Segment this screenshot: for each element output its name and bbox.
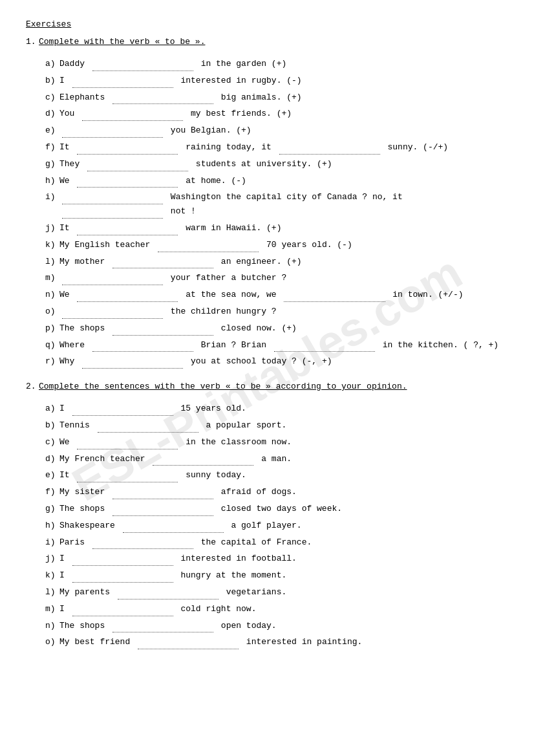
list-item: a) I 15 years old. <box>45 402 508 416</box>
item-text: My English teacher 70 years old. (-) <box>59 238 508 252</box>
blank <box>92 57 193 71</box>
item-text: I interested in football. <box>59 552 508 566</box>
item-label: h) <box>45 175 59 188</box>
list-item: b) I interested in rugby. (-) <box>45 74 508 88</box>
blank <box>112 91 213 105</box>
item-text: Shakespeare a golf player. <box>59 519 508 533</box>
item-label: e) <box>45 469 59 482</box>
section1-instruction: Complete with the verb « to be ». <box>39 37 205 47</box>
item-label: l) <box>45 586 59 599</box>
list-item: f) My sister afraid of dogs. <box>45 485 508 499</box>
item-text: It raining today, it sunny. (-/+) <box>59 140 508 155</box>
item-text: We in the classroom now. <box>59 435 508 449</box>
blank <box>112 321 213 336</box>
section2-number: 2. <box>26 382 39 391</box>
item-text: It sunny today. <box>59 468 508 482</box>
blank <box>72 402 173 416</box>
blank <box>274 338 375 352</box>
blank <box>118 585 219 599</box>
list-item: k) I hungry at the moment. <box>45 568 508 583</box>
item-label: m) <box>45 272 59 285</box>
list-item: m) your father a butcher ? <box>45 271 508 285</box>
item-label: k) <box>45 569 59 583</box>
list-item: l) My mother an engineer. (+) <box>45 255 508 269</box>
blank <box>77 435 178 449</box>
item-label: d) <box>45 453 59 466</box>
item-text: The shops open today. <box>59 619 508 633</box>
list-item: i) Washington the capital city of Canada… <box>45 190 508 219</box>
list-item: q) Where Brian ? Brian in the kitchen. (… <box>45 338 508 352</box>
item-text: I cold right now. <box>59 602 508 616</box>
blank <box>112 485 213 499</box>
list-item: k) My English teacher 70 years old. (-) <box>45 238 508 252</box>
list-item: c) Elephants big animals. (+) <box>45 91 508 105</box>
blank <box>158 238 259 252</box>
section1-number: 1. <box>26 37 39 47</box>
list-item: c) We in the classroom now. <box>45 435 508 449</box>
section1-list: a) Daddy in the garden (+) b) I interest… <box>26 57 508 369</box>
item-label: n) <box>45 288 59 302</box>
item-text: We at the sea now, we in town. (+/-) <box>59 288 508 302</box>
blank <box>112 255 213 269</box>
list-item: a) Daddy in the garden (+) <box>45 57 508 71</box>
item-text: My French teacher a man. <box>59 452 508 466</box>
list-item: o) My best friend interested in painting… <box>45 635 508 649</box>
section2-list: a) I 15 years old. b) Tennis a popular s… <box>26 402 508 649</box>
item-label: a) <box>45 58 59 71</box>
blank <box>77 174 178 188</box>
blank <box>82 107 183 121</box>
item-label: q) <box>45 339 59 352</box>
item-label: c) <box>45 91 59 105</box>
list-item: i) Paris the capital of France. <box>45 535 508 550</box>
blank <box>62 204 163 219</box>
list-item: n) We at the sea now, we in town. (+/-) <box>45 288 508 302</box>
list-item: r) Why you at school today ? (-, +) <box>45 354 508 369</box>
item-text: My mother an engineer. (+) <box>59 255 508 269</box>
list-item: b) Tennis a popular sport. <box>45 418 508 433</box>
item-text: I interested in rugby. (-) <box>59 74 508 88</box>
section2-instruction: Complete the sentences with the verb « t… <box>39 382 407 391</box>
item-label: b) <box>45 74 59 88</box>
item-label: k) <box>45 239 59 252</box>
item-label: p) <box>45 322 59 336</box>
item-text: You my best friends. (+) <box>59 107 508 121</box>
blank <box>279 140 380 155</box>
item-text: They students at university. (+) <box>59 157 508 171</box>
item-label: r) <box>45 355 59 369</box>
item-label: i) <box>45 536 59 550</box>
item-label: f) <box>45 486 59 499</box>
item-label: l) <box>45 255 59 269</box>
blank <box>72 74 173 88</box>
item-text: Tennis a popular sport. <box>59 418 508 433</box>
item-label: h) <box>45 519 59 533</box>
blank <box>82 354 183 369</box>
blank <box>72 602 173 616</box>
list-item: o) the children hungry ? <box>45 305 508 319</box>
item-label: a) <box>45 402 59 416</box>
item-text: Where Brian ? Brian in the kitchen. ( ?,… <box>59 338 508 352</box>
item-text: Paris the capital of France. <box>59 535 508 550</box>
item-text: Why you at school today ? (-, +) <box>59 354 508 369</box>
item-label: e) <box>45 124 59 138</box>
item-label: c) <box>45 436 59 449</box>
item-label: d) <box>45 107 59 121</box>
list-item: n) The shops open today. <box>45 619 508 633</box>
item-text: My best friend interested in painting. <box>59 635 508 649</box>
blank <box>77 288 178 302</box>
list-item: h) Shakespeare a golf player. <box>45 519 508 533</box>
blank <box>72 568 173 583</box>
blank <box>123 519 224 533</box>
item-label: j) <box>45 552 59 566</box>
item-text: your father a butcher ? <box>59 271 508 285</box>
item-label: b) <box>45 419 59 433</box>
list-item: d) My French teacher a man. <box>45 452 508 466</box>
list-item: g) They students at university. (+) <box>45 157 508 171</box>
section-2: 2. Complete the sentences with the verb … <box>26 382 508 649</box>
list-item: d) You my best friends. (+) <box>45 107 508 121</box>
item-label: m) <box>45 603 59 616</box>
item-label: g) <box>45 502 59 516</box>
item-text: I hungry at the moment. <box>59 568 508 583</box>
item-text: It warm in Hawaii. (+) <box>59 221 508 235</box>
blank <box>98 418 198 433</box>
list-item: p) The shops closed now. (+) <box>45 321 508 336</box>
